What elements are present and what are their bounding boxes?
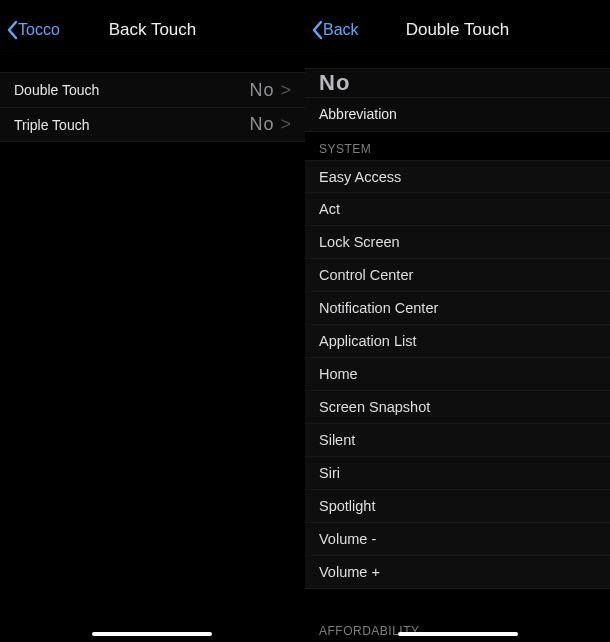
system-item-screen-snapshot[interactable]: Screen Snapshot <box>305 391 610 424</box>
item-label: Volume - <box>319 531 376 547</box>
system-item-control-center[interactable]: Control Center <box>305 259 610 292</box>
section-affordability: AFFORDABILITY <box>305 614 610 642</box>
system-list: Easy AccessActLock ScreenControl CenterN… <box>305 160 610 589</box>
item-label: Siri <box>319 465 340 481</box>
item-label: Application List <box>319 333 417 349</box>
chevron-left-icon <box>311 20 323 40</box>
item-label: Easy Access <box>319 169 401 185</box>
left-nav-bar: Tocco Back Touch <box>0 8 305 52</box>
selected-value-row[interactable]: No <box>305 68 610 98</box>
item-label: Control Center <box>319 267 413 283</box>
chevron-right-icon: > <box>280 114 291 135</box>
system-item-volume-[interactable]: Volume - <box>305 523 610 556</box>
section-system: SYSTEM <box>305 132 610 160</box>
item-label: Notification Center <box>319 300 438 316</box>
item-label: Lock Screen <box>319 234 400 250</box>
right-nav-bar: Back Double Touch <box>305 8 610 52</box>
item-label: Volume + <box>319 564 380 580</box>
system-item-home[interactable]: Home <box>305 358 610 391</box>
row-abbreviation[interactable]: Abbreviation <box>305 98 610 132</box>
row-double-touch[interactable]: Double TouchNo> <box>0 72 305 108</box>
right-rows: Abbreviation <box>305 98 610 132</box>
item-label: Silent <box>319 432 355 448</box>
back-label-right: Back <box>323 21 359 39</box>
back-label-left: Tocco <box>18 21 60 39</box>
home-indicator[interactable] <box>92 632 212 636</box>
row-label: Triple Touch <box>14 117 249 133</box>
row-value: No <box>249 114 274 135</box>
back-button-right[interactable]: Back <box>305 20 359 40</box>
system-item-easy-access[interactable]: Easy Access <box>305 160 610 193</box>
selected-value: No <box>319 70 350 96</box>
item-label: Spotlight <box>319 498 375 514</box>
item-label: Home <box>319 366 358 382</box>
row-value: No <box>249 80 274 101</box>
item-label: Screen Snapshot <box>319 399 430 415</box>
system-item-silent[interactable]: Silent <box>305 424 610 457</box>
item-label: Act <box>319 201 340 217</box>
chevron-left-icon <box>6 20 18 40</box>
system-item-spotlight[interactable]: Spotlight <box>305 490 610 523</box>
system-item-notification-center[interactable]: Notification Center <box>305 292 610 325</box>
home-indicator[interactable] <box>398 632 518 636</box>
system-item-siri[interactable]: Siri <box>305 457 610 490</box>
system-item-lock-screen[interactable]: Lock Screen <box>305 226 610 259</box>
row-label: Double Touch <box>14 82 249 98</box>
chevron-right-icon: > <box>280 80 291 101</box>
row-label: Abbreviation <box>319 106 596 122</box>
left-rows: Double TouchNo>Triple TouchNo> <box>0 72 305 142</box>
row-triple-touch[interactable]: Triple TouchNo> <box>0 108 305 142</box>
back-button-left[interactable]: Tocco <box>0 20 60 40</box>
system-item-act[interactable]: Act <box>305 193 610 226</box>
system-item-application-list[interactable]: Application List <box>305 325 610 358</box>
system-item-volume-[interactable]: Volume + <box>305 556 610 589</box>
